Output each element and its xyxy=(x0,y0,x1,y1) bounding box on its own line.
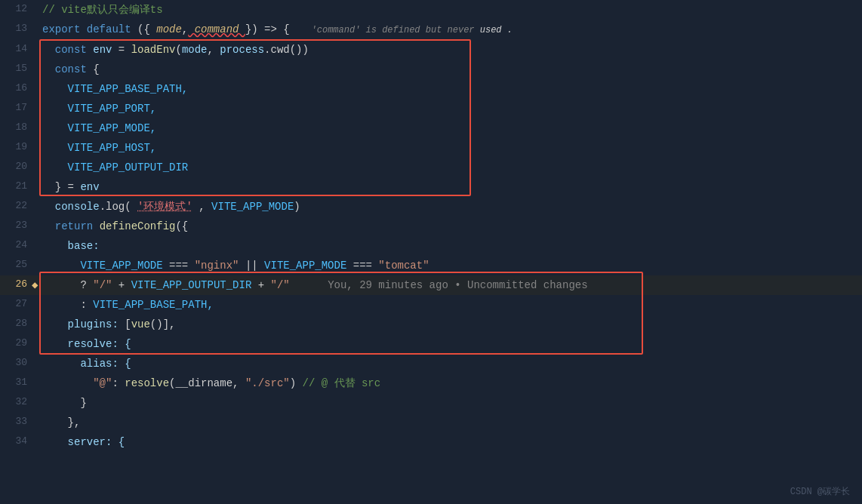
line-content: export default ({ mode, command }) => { … xyxy=(39,20,862,40)
line-content: const { xyxy=(39,60,862,79)
line-number: 32 xyxy=(0,393,39,410)
code-line-34: 34 server: { xyxy=(0,432,862,452)
code-line-24: 24 base: xyxy=(0,236,862,256)
code-line-16: 16 VITE_APP_BASE_PATH, xyxy=(0,79,862,99)
code-line-25: 25 VITE_APP_MODE === "nginx" || VITE_APP… xyxy=(0,256,862,275)
watermark: CSDN @碳学长 xyxy=(790,485,850,498)
code-editor: 12 // vite默认只会编译ts 13 export default ({ … xyxy=(0,0,862,504)
line-number: 13 xyxy=(0,20,39,37)
code-line-15: 15 const { xyxy=(0,60,862,79)
line-content: VITE_APP_HOST, xyxy=(39,138,862,158)
line-content: VITE_APP_MODE === "nginx" || VITE_APP_MO… xyxy=(39,256,862,275)
line-content: return defineConfig({ xyxy=(39,217,862,236)
line-content: } xyxy=(39,393,862,413)
line-number: 34 xyxy=(0,432,39,450)
line-content: const env = loadEnv(mode, process.cwd()) xyxy=(39,40,862,60)
line-number: 29 xyxy=(0,334,39,352)
line-number: 24 xyxy=(0,236,39,254)
line-number: 19 xyxy=(0,138,39,155)
line-number: 12 xyxy=(0,0,39,17)
line-content: VITE_APP_PORT, xyxy=(39,99,862,118)
line-number: 18 xyxy=(0,118,39,136)
code-line-27: 27 : VITE_APP_BASE_PATH, xyxy=(0,295,862,315)
line-number: 33 xyxy=(0,413,39,430)
line-number: 15 xyxy=(0,60,39,77)
line-number: 27 xyxy=(0,295,39,312)
code-line-14: 14 const env = loadEnv(mode, process.cwd… xyxy=(0,40,862,60)
line-number: 21 xyxy=(0,177,39,195)
code-line-30: 30 alias: { xyxy=(0,354,862,373)
code-line-29: 29 resolve: { xyxy=(0,334,862,354)
line-content: resolve: { xyxy=(39,334,862,354)
code-line-28: 28 plugins: [vue()], xyxy=(0,315,862,334)
line-content: plugins: [vue()], xyxy=(39,315,862,334)
line-number: 14 xyxy=(0,40,39,57)
code-line-12: 12 // vite默认只会编译ts xyxy=(0,0,862,20)
code-line-22: 22 console.log( '环境模式' , VITE_APP_MODE) xyxy=(0,197,862,217)
line-content: VITE_APP_BASE_PATH, xyxy=(39,79,862,99)
code-line-31: 31 "@": resolve(__dirname, "./src") // @… xyxy=(0,373,862,393)
line-content: base: xyxy=(39,236,862,256)
line-number: 28 xyxy=(0,315,39,332)
line-content: ? "/" + VITE_APP_OUTPUT_DIR + "/" You, 2… xyxy=(39,275,862,295)
line-number: 23 xyxy=(0,217,39,234)
line-content: } = env xyxy=(39,177,862,197)
line-content: VITE_APP_OUTPUT_DIR xyxy=(39,158,862,177)
code-line-20: 20 VITE_APP_OUTPUT_DIR xyxy=(0,158,862,177)
code-line-33: 33 }, xyxy=(0,413,862,432)
line-content: VITE_APP_MODE, xyxy=(39,118,862,138)
code-line-18: 18 VITE_APP_MODE, xyxy=(0,118,862,138)
code-line-19: 19 VITE_APP_HOST, xyxy=(0,138,862,158)
code-line-32: 32 } xyxy=(0,393,862,413)
line-number: 31 xyxy=(0,373,39,391)
line-content: // vite默认只会编译ts xyxy=(39,0,862,20)
line-number: 20 xyxy=(0,158,39,175)
code-line-21: 21 } = env xyxy=(0,177,862,197)
code-line-17: 17 VITE_APP_PORT, xyxy=(0,99,862,118)
line-number: 25 xyxy=(0,256,39,273)
line-number: 17 xyxy=(0,99,39,116)
line-content: server: { xyxy=(39,432,862,452)
line-content: "@": resolve(__dirname, "./src") // @ 代替… xyxy=(39,373,862,393)
code-line-26: 26 ◆ ? "/" + VITE_APP_OUTPUT_DIR + "/" Y… xyxy=(0,275,862,295)
line-number: 16 xyxy=(0,79,39,97)
line-content: console.log( '环境模式' , VITE_APP_MODE) xyxy=(39,197,862,217)
line-number: 30 xyxy=(0,354,39,371)
line-number: 22 xyxy=(0,197,39,214)
line-content: }, xyxy=(39,413,862,432)
code-line-13: 13 export default ({ mode, command }) =>… xyxy=(0,20,862,40)
code-line-23: 23 return defineConfig({ xyxy=(0,217,862,236)
line-content: : VITE_APP_BASE_PATH, xyxy=(39,295,862,315)
line-content: alias: { xyxy=(39,354,862,373)
